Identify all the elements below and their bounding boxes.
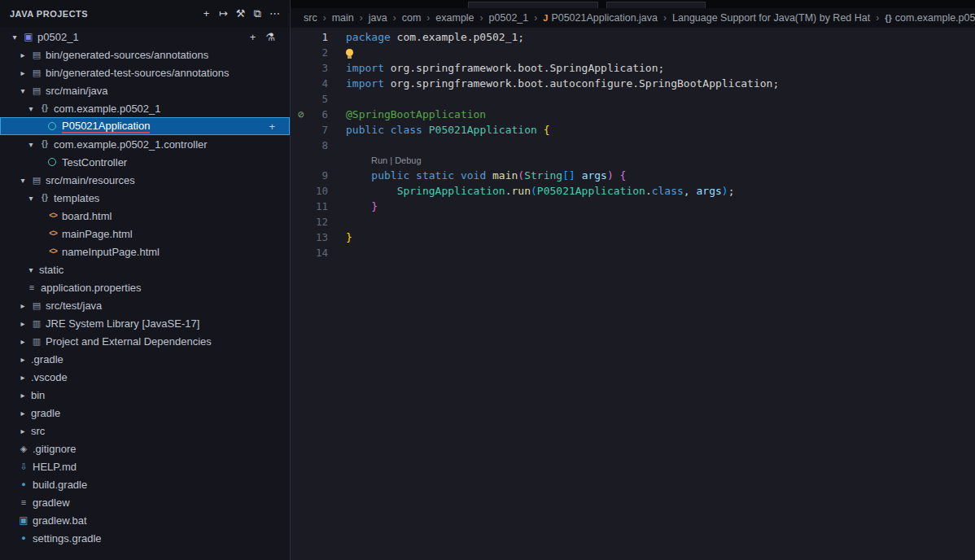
- chevron-down-icon[interactable]: ▾: [24, 265, 37, 274]
- tree-item[interactable]: ▸src: [0, 422, 290, 440]
- tree-item[interactable]: ≡application.properties: [0, 278, 290, 296]
- code-line[interactable]: 1package com.example.p0502_1;: [291, 29, 975, 45]
- tree-item[interactable]: ▾▤src/main/java: [0, 81, 290, 99]
- tree-item[interactable]: <>mainPage.html: [0, 225, 290, 243]
- codelens-run-debug[interactable]: Run | Debug: [291, 153, 975, 168]
- tree-item-label: bin: [31, 389, 45, 401]
- chevron-right-icon[interactable]: ▸: [16, 355, 29, 364]
- ban-icon: ⊘: [298, 107, 304, 122]
- editor-pane: src›main›java›com›example›p0502_1›JP0502…: [291, 0, 975, 560]
- chevron-down-icon[interactable]: ▾: [24, 140, 37, 149]
- code-line[interactable]: 13}: [291, 230, 975, 245]
- code-line-text: import org.springframework.boot.SpringAp…: [328, 60, 664, 76]
- tree-item[interactable]: ▸▤src/test/java: [0, 296, 290, 314]
- copy-icon[interactable]: ⧉: [249, 7, 266, 20]
- chevron-right-icon[interactable]: ▸: [16, 427, 29, 435]
- chevron-right-icon[interactable]: ▸: [16, 68, 29, 77]
- tree-item[interactable]: ▸bin: [0, 386, 290, 404]
- namespace-icon: {}: [885, 13, 892, 23]
- chevron-down-icon[interactable]: ▾: [24, 194, 37, 203]
- chevron-down-icon[interactable]: ▾: [24, 104, 37, 113]
- add-icon[interactable]: +: [269, 120, 275, 133]
- code-editor[interactable]: 1package com.example.p0502_1;23import or…: [291, 28, 975, 560]
- chevron-right-icon[interactable]: ▸: [16, 409, 29, 418]
- tree-item[interactable]: ▸▥Project and External Dependencies: [0, 332, 290, 350]
- code-token: ;: [728, 185, 735, 197]
- tree-item[interactable]: ▾{}com.example.p0502_1: [0, 99, 290, 117]
- tree-item[interactable]: P05021Application+: [0, 117, 290, 135]
- chevron-right-icon[interactable]: ▸: [16, 319, 29, 328]
- breadcrumb-item[interactable]: src: [304, 12, 317, 24]
- tree-item[interactable]: ⇩HELP.md: [0, 457, 290, 475]
- tree-item[interactable]: ▸▥JRE System Library [JavaSE-17]: [0, 314, 290, 332]
- breadcrumb-item[interactable]: p0502_1: [489, 12, 529, 24]
- link-external-icon[interactable]: ↦: [215, 7, 232, 20]
- chevron-right-icon[interactable]: ▸: [16, 337, 29, 346]
- code-line[interactable]: 8: [291, 138, 975, 153]
- code-line-text: [328, 214, 346, 230]
- breadcrumb-item[interactable]: {}com.example.p0502_1: [885, 12, 975, 24]
- breadcrumb-separator: ›: [360, 12, 363, 24]
- code-line[interactable]: 5: [291, 91, 975, 107]
- code-line[interactable]: 7public class P05021Application {: [291, 122, 975, 138]
- breadcrumb-item[interactable]: main: [332, 12, 354, 24]
- pkgfolder-icon: ▤: [29, 68, 44, 77]
- tree-item[interactable]: ▾static: [0, 260, 290, 278]
- tree-item[interactable]: ▾{}com.example.p0502_1.controller: [0, 135, 290, 153]
- code-line[interactable]: 6⊘@SpringBootApplication: [291, 107, 975, 122]
- flask-icon[interactable]: ⚗: [265, 31, 275, 43]
- tree-item[interactable]: ▸.gradle: [0, 350, 290, 368]
- tree-item[interactable]: ▾▤src/main/resources: [0, 171, 290, 189]
- tree-item[interactable]: ▸▤bin/generated-test-sources/annotations: [0, 63, 290, 81]
- chevron-right-icon[interactable]: ▸: [16, 373, 29, 382]
- breadcrumb-separator: ›: [663, 12, 667, 24]
- breadcrumb-item[interactable]: JP05021Application.java: [543, 12, 658, 24]
- tree-item[interactable]: ▣gradlew.bat: [0, 511, 290, 529]
- editor-tab[interactable]: [606, 2, 706, 8]
- tree-item[interactable]: <>nameInputPage.html: [0, 243, 290, 260]
- lightbulb-icon[interactable]: [346, 49, 353, 56]
- chevron-right-icon[interactable]: ▸: [16, 50, 29, 59]
- namespace-icon: {}: [37, 194, 52, 202]
- code-line[interactable]: 10 SpringApplication.run(P05021Applicati…: [291, 183, 975, 199]
- tree-item[interactable]: ▸▤bin/generated-sources/annotations: [0, 46, 290, 63]
- code-line[interactable]: 12: [291, 214, 975, 230]
- build-icon[interactable]: ⚒: [232, 7, 249, 20]
- java-icon: J: [543, 13, 548, 23]
- code-line[interactable]: 3import org.springframework.boot.SpringA…: [291, 60, 975, 76]
- tree-item[interactable]: ◈.gitignore: [0, 440, 290, 457]
- tree-item[interactable]: <>board.html: [0, 207, 290, 225]
- code-line[interactable]: 14: [291, 245, 975, 260]
- tree-item[interactable]: ●build.gradle: [0, 475, 290, 493]
- tree-item-label: .gitignore: [33, 443, 76, 455]
- breadcrumb-item[interactable]: example: [435, 12, 474, 24]
- breadcrumb-item[interactable]: java: [369, 12, 387, 24]
- code-line[interactable]: 2: [291, 45, 975, 60]
- code-line[interactable]: 4import org.springframework.boot.autocon…: [291, 76, 975, 91]
- add-icon[interactable]: +: [250, 31, 256, 43]
- code-line[interactable]: 11 }: [291, 199, 975, 214]
- chevron-down-icon[interactable]: ▾: [16, 86, 29, 95]
- chevron-right-icon[interactable]: ▸: [16, 301, 29, 310]
- tree-item[interactable]: ▸.vscode: [0, 368, 290, 386]
- editor-tab[interactable]: [468, 2, 598, 8]
- add-icon[interactable]: +: [198, 7, 215, 20]
- chevron-down-icon[interactable]: ▾: [16, 176, 29, 185]
- code-token: [346, 185, 397, 197]
- chevron-down-icon[interactable]: ▾: [8, 33, 21, 42]
- tree-item[interactable]: ▾{}templates: [0, 189, 290, 207]
- code-line[interactable]: 9 public static void main(String[] args)…: [291, 168, 975, 183]
- tree-item[interactable]: ▸gradle: [0, 404, 290, 422]
- tree-item-label: JRE System Library [JavaSE-17]: [46, 317, 199, 330]
- more-actions-icon[interactable]: ⋯: [266, 7, 283, 20]
- line-number: 12: [291, 214, 328, 230]
- tree-item-label: TestController: [62, 156, 127, 168]
- breadcrumb-item[interactable]: com: [402, 12, 422, 24]
- tree-item[interactable]: ●settings.gradle: [0, 529, 290, 547]
- tree-item[interactable]: ≡gradlew: [0, 493, 290, 511]
- tree-item[interactable]: ▾▣p0502_1+⚗: [0, 28, 290, 46]
- tree-item[interactable]: TestController: [0, 153, 290, 171]
- chevron-right-icon[interactable]: ▸: [16, 391, 29, 400]
- tree-item-label: HELP.md: [33, 461, 77, 473]
- breadcrumb-item[interactable]: Language Support for Java(TM) by Red Hat: [672, 12, 870, 24]
